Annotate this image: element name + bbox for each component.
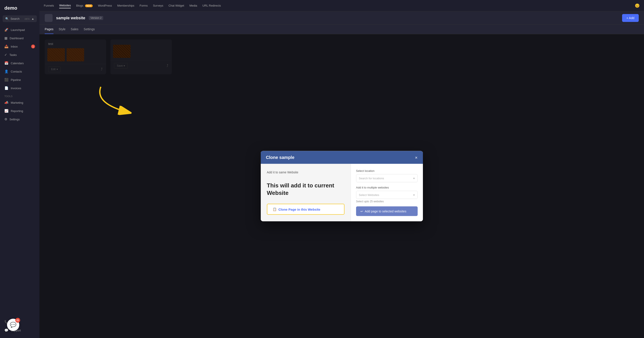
current-website-text: This will add it to current Website [267,179,344,200]
nav-item-websites[interactable]: Websites [59,3,71,8]
sidebar-item-invoices[interactable]: 📄 Invoices [0,84,40,92]
nav-item-funnels[interactable]: Funnels [44,3,54,8]
tab-settings[interactable]: Settings [84,25,95,34]
chevron-down-icon-websites: ▾ [413,193,415,196]
page-content: test Edit ▾ ⤴ [40,34,644,338]
chevron-down-icon-location: ▾ [413,177,415,180]
sub-tabs: Pages Style Sales Settings [40,25,644,34]
website-title: sample website [56,16,85,20]
nav-item-memberships[interactable]: Memberships [117,3,134,8]
invoices-icon: 📄 [4,86,8,90]
add-button[interactable]: + Add [622,14,639,22]
contacts-icon: 👤 [4,70,8,74]
location-field-group: Select location Search for locations ▾ [356,169,418,182]
nav-item-forms[interactable]: Forms [140,3,148,8]
sidebar-item-contacts[interactable]: 👤 Contacts [0,67,40,76]
sidebar-item-support[interactable]: 💬 Support [0,326,40,334]
settings-icon: ⚙ [4,117,7,121]
dashboard-icon: ▦ [4,36,8,40]
nav-item-url-redirects[interactable]: URL Redirects [202,3,221,8]
websites-select[interactable]: Select Websites ▾ [356,191,418,199]
modal-left-panel: Add it to same Website This will add it … [261,164,350,222]
sidebar-item-marketing[interactable]: 📣 Marketing [0,98,40,107]
clone-modal: Clone sample × Add it to same Website Th… [261,151,423,222]
sidebar: demo 🔍 Search ctrl k ▲ 🚀 Launchpad ▦ Das… [0,0,40,338]
launchpad-icon: 🚀 [4,28,8,32]
nav-item-wordpress[interactable]: WordPress [98,3,112,8]
modal-body: Add it to same Website This will add it … [261,164,423,222]
helper-text: Select upto 25 websites [356,200,418,203]
add-to-websites-button[interactable]: ↩ Add page to selected websites [356,206,418,216]
sidebar-item-pipeline[interactable]: ⬛ Pipeline [0,76,40,84]
tab-sales[interactable]: Sales [71,25,78,34]
search-bar[interactable]: 🔍 Search ctrl k ▲ [3,15,37,22]
sidebar-item-settings[interactable]: ⚙ Settings [0,115,40,124]
pipeline-icon: ⬛ [4,78,8,82]
user-avatar-icon[interactable]: 😊 [635,4,640,8]
tab-pages[interactable]: Pages [45,25,54,34]
nav-item-blogs[interactable]: Blogs NEW [76,3,93,8]
tasks-icon: ✓ [4,53,7,57]
blogs-badge: NEW [85,4,93,7]
tools-section-label: Tools [0,92,40,98]
marketing-icon: 📣 [4,100,8,104]
sidebar-item-inbox[interactable]: 📥 Inbox 1 [0,42,40,51]
nav-item-surveys[interactable]: Surveys [153,3,163,8]
chat-widget[interactable]: 💬 21 [7,319,19,331]
modal-title: Clone sample [266,155,294,160]
version-badge: Version 2 [89,16,103,20]
app-logo: demo [0,4,40,15]
websites-field-group: Add it to multiple websites Select Websi… [356,186,418,203]
nav-item-media[interactable]: Media [189,3,197,8]
main-area: Funnels Websites Blogs NEW WordPress Mem… [40,0,644,338]
clone-page-button[interactable]: 📋 Clone Page in this Website [267,204,344,215]
clone-icon: 📋 [272,207,277,211]
support-icon: 💬 [4,328,8,332]
modal-right-panel: Select location Search for locations ▾ A… [350,164,423,222]
calendars-icon: 📅 [4,61,8,65]
reporting-icon: 📈 [4,109,8,113]
modal-close-button[interactable]: × [415,155,418,160]
search-icon: 🔍 [5,17,9,20]
inbox-icon: 📥 [4,44,8,48]
sidebar-item-tasks[interactable]: ✓ Tasks [0,51,40,59]
website-icon [45,14,52,22]
modal-header: Clone sample × [261,151,423,164]
content-header: sample website Version 2 + Add [40,12,644,25]
location-select[interactable]: Search for locations ▾ [356,174,418,182]
add-websites-icon: ↩ [360,210,363,213]
chat-icon: 💬 [10,322,16,328]
sidebar-item-launchpad[interactable]: 🚀 Launchpad [0,26,40,34]
nav-item-chat-widget[interactable]: Chat Widget [168,3,184,8]
chat-badge: 21 [15,318,20,323]
sidebar-item-dashboard[interactable]: ▦ Dashboard [0,34,40,42]
sidebar-item-reporting[interactable]: 📈 Reporting [0,107,40,115]
location-label: Select location [356,169,418,172]
sidebar-item-calendars[interactable]: 📅 Calendars [0,59,40,67]
tab-style[interactable]: Style [59,25,66,34]
inbox-badge: 1 [31,44,35,48]
top-nav: Funnels Websites Blogs NEW WordPress Mem… [40,0,644,12]
same-website-label: Add it to same Website [267,170,344,174]
multiple-websites-label: Add it to multiple websites [356,186,418,189]
